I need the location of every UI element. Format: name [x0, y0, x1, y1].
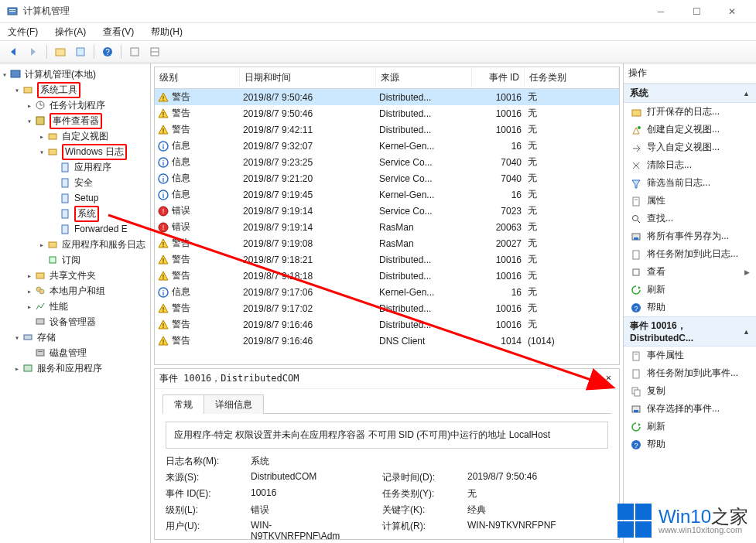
toolbar: ? [0, 40, 756, 63]
tree-task-scheduler[interactable]: ▸任务计划程序 [25, 97, 150, 113]
action-icon [630, 195, 642, 207]
tree-apps-services[interactable]: ▸应用程序和服务日志 [37, 237, 150, 252]
forward-button[interactable] [25, 43, 42, 60]
event-row[interactable]: !警告2019/8/7 9:16:46DNS Client1014(1014) [155, 333, 619, 349]
col-level[interactable]: 级别 [155, 67, 240, 88]
actions-section-event[interactable]: 事件 10016，DistributedC...▲ [624, 316, 756, 347]
svg-marker-80 [638, 286, 641, 289]
maximize-button[interactable]: ☐ [679, 0, 714, 23]
tree-security[interactable]: 安全 [50, 175, 150, 190]
action-icon [630, 421, 642, 433]
tree-system[interactable]: 系统 [50, 206, 150, 221]
svg-rect-2 [9, 11, 15, 12]
event-row[interactable]: !警告2019/8/7 9:18:18Distributed...10016无 [155, 268, 619, 284]
menu-action[interactable]: 操作(A) [52, 24, 89, 40]
col-source[interactable]: 来源 [376, 67, 472, 88]
svg-rect-12 [11, 70, 20, 77]
back-button[interactable] [5, 43, 22, 60]
menu-help[interactable]: 帮助(H) [148, 24, 186, 40]
svg-text:i: i [162, 175, 165, 183]
tree-device-manager[interactable]: 设备管理器 [25, 314, 150, 330]
action-s1-0[interactable]: 打开保存的日志... [624, 103, 756, 121]
event-row[interactable]: i信息2019/8/7 9:32:07Kernel-Gen...16无 [155, 138, 619, 154]
tree-services-apps[interactable]: ▸服务和应用程序 [12, 360, 150, 376]
event-row[interactable]: i信息2019/8/7 9:23:25Service Co...7040无 [155, 154, 619, 170]
action-s2-0[interactable]: 事件属性 [624, 347, 756, 364]
menu-file[interactable]: 文件(F) [5, 24, 41, 40]
tree-system-tools[interactable]: ▾ 系统工具 [12, 82, 150, 97]
event-row[interactable]: !警告2019/8/7 9:50:46Distributed...10016无 [155, 89, 619, 105]
event-list-header[interactable]: 级别 日期和时间 来源 事件 ID 任务类别 [155, 67, 619, 89]
event-row[interactable]: !错误2019/8/7 9:19:14Service Co...7023无 [155, 203, 619, 219]
tree-disk-mgmt[interactable]: 磁盘管理 [25, 345, 150, 360]
action-s1-1[interactable]: 创建自定义视图... [624, 121, 756, 138]
tree-setup[interactable]: Setup [50, 190, 150, 206]
svg-rect-18 [49, 134, 56, 139]
event-row[interactable]: i信息2019/8/7 9:21:20Service Co...7040无 [155, 170, 619, 186]
svg-rect-22 [62, 194, 68, 203]
tab-details[interactable]: 详细信息 [204, 394, 264, 414]
svg-rect-30 [36, 319, 44, 324]
col-datetime[interactable]: 日期和时间 [240, 67, 376, 88]
action-s1-2[interactable]: 导入自定义视图... [624, 138, 756, 156]
tree-local-users[interactable]: ▸本地用户和组 [25, 283, 150, 299]
tree-performance[interactable]: ▸性能 [25, 299, 150, 314]
action-s2-1[interactable]: 将任务附加到此事件... [624, 364, 756, 382]
event-row[interactable]: !警告2019/8/7 9:18:21Distributed...10016无 [155, 251, 619, 268]
tree-storage[interactable]: ▾存储 [12, 330, 150, 345]
event-list[interactable]: 级别 日期和时间 来源 事件 ID 任务类别 !警告2019/8/7 9:50:… [154, 67, 620, 365]
event-row[interactable]: !警告2019/8/7 9:16:46Distributed...10016无 [155, 316, 619, 333]
event-row[interactable]: !警告2019/8/7 9:19:08RasMan20027无 [155, 235, 619, 251]
action-s1-8[interactable]: 将任务附加到此日志... [624, 245, 756, 263]
action-s1-9[interactable]: 查看▶ [624, 263, 756, 281]
event-row[interactable]: i信息2019/8/7 9:19:45Kernel-Gen...16无 [155, 186, 619, 203]
actions-section-system[interactable]: 系统▲ [624, 84, 756, 103]
col-task[interactable]: 任务类别 [525, 67, 619, 88]
col-eventid[interactable]: 事件 ID [472, 67, 525, 88]
toolbar-help-button[interactable]: ? [99, 43, 116, 60]
svg-point-29 [39, 289, 44, 294]
svg-text:!: ! [162, 338, 165, 346]
action-s2-4[interactable]: 刷新 [624, 418, 756, 435]
action-s2-3[interactable]: 保存选择的事件... [624, 400, 756, 418]
tree-event-viewer[interactable]: ▾事件查看器 [25, 113, 150, 128]
action-s1-3[interactable]: 清除日志... [624, 156, 756, 174]
tree-shared-folders[interactable]: ▸共享文件夹 [25, 268, 150, 283]
action-icon [630, 385, 642, 398]
toolbar-icon-2[interactable] [72, 43, 89, 60]
action-icon [630, 350, 642, 362]
tree-subscriptions[interactable]: 订阅 [37, 252, 150, 268]
svg-text:!: ! [162, 322, 165, 330]
action-s2-5[interactable]: ?帮助 [624, 435, 756, 453]
action-s1-10[interactable]: 刷新 [624, 281, 756, 299]
tree-root[interactable]: ▾ 计算机管理(本地) [0, 67, 150, 82]
toolbar-icon-1[interactable] [52, 43, 69, 60]
svg-rect-23 [62, 210, 68, 218]
toolbar-icon-3[interactable] [126, 43, 143, 60]
menu-view[interactable]: 查看(V) [100, 24, 137, 40]
tree-windows-logs[interactable]: ▾Windows 日志 [37, 144, 150, 159]
event-row[interactable]: !错误2019/8/7 9:19:14RasMan20063无 [155, 219, 619, 235]
action-s1-11[interactable]: ?帮助 [624, 299, 756, 316]
svg-rect-85 [633, 370, 639, 378]
action-s1-6[interactable]: 查找... [624, 210, 756, 227]
tree-forwarded[interactable]: Forwarded E [50, 221, 150, 237]
details-close-button[interactable]: ✕ [603, 372, 614, 385]
action-s1-4[interactable]: 筛选当前日志... [624, 174, 756, 192]
action-s2-2[interactable]: 复制 [624, 382, 756, 400]
event-row[interactable]: !警告2019/8/7 9:50:46Distributed...10016无 [155, 105, 619, 121]
minimize-button[interactable]: ─ [643, 0, 679, 23]
event-row[interactable]: !警告2019/8/7 9:17:02Distributed...10016无 [155, 300, 619, 316]
action-icon: ? [630, 439, 642, 451]
tab-general[interactable]: 常规 [162, 394, 204, 414]
toolbar-icon-4[interactable] [146, 43, 163, 60]
action-s1-7[interactable]: 将所有事件另存为... [624, 227, 756, 245]
event-row[interactable]: i信息2019/8/7 9:17:06Kernel-Gen...16无 [155, 284, 619, 300]
tree-pane[interactable]: ▾ 计算机管理(本地) ▾ 系统工具 ▸任务计划程序 ▾事件查看器 ▸自定义视图… [0, 63, 151, 543]
svg-point-69 [638, 126, 641, 129]
action-s1-5[interactable]: 属性 [624, 192, 756, 210]
event-row[interactable]: !警告2019/8/7 9:42:11Distributed...10016无 [155, 121, 619, 138]
tree-application[interactable]: 应用程序 [50, 159, 150, 175]
tree-custom-views[interactable]: ▸自定义视图 [37, 128, 150, 144]
close-button[interactable]: ✕ [714, 0, 750, 23]
